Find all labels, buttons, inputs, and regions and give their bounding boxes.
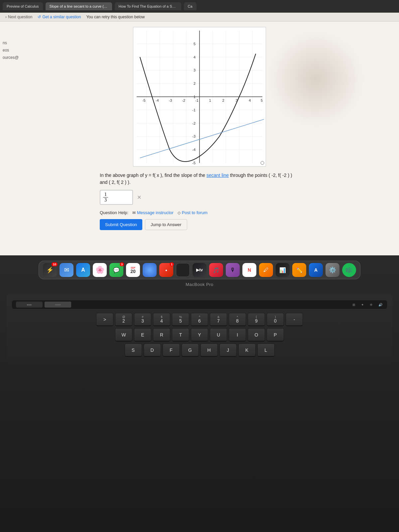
dock-badge-clock: 10 — [52, 262, 58, 266]
key-u[interactable]: U — [210, 328, 227, 341]
retry-text: You can retry this question below — [86, 15, 145, 19]
key-dash[interactable]: - — [286, 313, 303, 326]
key-amp-7[interactable]: & 7 — [210, 313, 227, 326]
tab-ca[interactable]: Ca — [184, 2, 197, 10]
key-row-1: W E R T Y U I O P — [12, 328, 387, 341]
dock-item-notes[interactable]: ✏️ — [292, 263, 306, 277]
key-w[interactable]: W — [115, 328, 132, 341]
key-hash-3[interactable]: # 3 — [134, 313, 151, 326]
key-p[interactable]: P — [267, 328, 284, 341]
key-dollar-4[interactable]: $ 4 — [153, 313, 170, 326]
svg-text:-3: -3 — [192, 134, 196, 138]
dock-item-markup[interactable]: 🖊 — [259, 263, 273, 277]
answer-field[interactable]: 1 3 — [100, 190, 133, 205]
dock-item-tv[interactable]: ▶tv — [193, 263, 206, 277]
page-header: ›Next question ↺Get a similar question Y… — [0, 13, 399, 22]
dock-item-app2[interactable]: A — [309, 263, 323, 277]
dock-badge-red: 1 — [170, 262, 174, 266]
tb-screenshot1: ■■■ — [16, 302, 43, 308]
tb-settings[interactable]: ❈ — [368, 302, 374, 308]
key-h[interactable]: H — [200, 343, 218, 357]
svg-text:4: 4 — [194, 55, 196, 59]
svg-text:2: 2 — [222, 98, 224, 102]
svg-text:5: 5 — [261, 98, 263, 102]
svg-text:1: 1 — [194, 95, 196, 99]
secant-link[interactable]: secant line — [206, 173, 229, 178]
dock-item-appstore[interactable]: A — [76, 263, 90, 277]
key-percent-5[interactable]: % 5 — [172, 313, 189, 326]
svg-text:-4: -4 — [156, 98, 159, 102]
svg-text:-3: -3 — [169, 98, 172, 102]
dock-item-sysprefs[interactable]: ⚙️ — [326, 263, 339, 277]
clear-button[interactable]: ✕ — [136, 193, 143, 202]
message-instructor-link[interactable]: Message instructor — [137, 210, 174, 215]
button-row: Submit Question Jump to Answer — [100, 219, 299, 230]
key-lparen-9[interactable]: ( 9 — [248, 313, 265, 326]
key-e[interactable]: E — [134, 328, 151, 341]
key-r[interactable]: R — [153, 328, 170, 341]
tb-volume[interactable]: 🔊 — [376, 302, 384, 308]
key-i[interactable]: I — [229, 328, 246, 341]
key-chevron[interactable]: > — [96, 313, 113, 326]
similar-question-link[interactable]: ↺Get a similar question — [38, 15, 81, 19]
tab-youtube[interactable]: How To Find The Equation of a Secant Lin… — [115, 2, 181, 10]
svg-line-40 — [140, 119, 264, 158]
key-d[interactable]: D — [144, 343, 161, 357]
key-l[interactable]: L — [257, 343, 275, 357]
dock-item-unknown[interactable] — [143, 263, 157, 277]
svg-text:5: 5 — [194, 42, 196, 46]
dock-item-calendar[interactable]: SEP 20 — [126, 263, 140, 277]
tb-brightness[interactable]: ✦ — [359, 302, 366, 308]
graph-container: -5 -4 -3 -2 -1 1 2 3 4 5 5 4 3 2 1 -1 -2… — [133, 27, 266, 167]
jump-to-answer-button[interactable]: Jump to Answer — [145, 219, 187, 230]
dock-item-mail[interactable]: ✉ — [60, 263, 73, 277]
key-g[interactable]: G — [182, 343, 199, 357]
key-star-8[interactable]: * 8 — [229, 313, 246, 326]
key-s[interactable]: S — [125, 343, 142, 357]
dock-item-music[interactable]: 🎵 — [209, 263, 223, 277]
submit-question-button[interactable]: Submit Question — [100, 219, 142, 230]
tab-khan-academy[interactable]: Slope of a line secant to a curve (video… — [46, 2, 112, 10]
key-caret-6[interactable]: ^ 6 — [191, 313, 208, 326]
svg-text:-1: -1 — [192, 108, 196, 112]
key-j[interactable]: J — [219, 343, 237, 357]
key-f[interactable]: F — [163, 343, 180, 357]
macbook-label: MacBook Pro — [186, 282, 213, 287]
dock-item-photos[interactable]: 🌸 — [93, 263, 107, 277]
post-to-forum-link[interactable]: Post to forum — [182, 210, 207, 215]
key-at-2[interactable]: @ 2 — [115, 313, 132, 326]
svg-text:-4: -4 — [192, 148, 196, 152]
graph-svg: -5 -4 -3 -2 -1 1 2 3 4 5 5 4 3 2 1 -1 -2… — [133, 27, 266, 166]
key-o[interactable]: O — [248, 328, 265, 341]
svg-text:2: 2 — [194, 81, 196, 85]
svg-text:-1: -1 — [195, 98, 199, 102]
svg-text:-5: -5 — [142, 98, 146, 102]
dock-item-dark[interactable] — [176, 263, 190, 277]
svg-point-41 — [261, 161, 264, 165]
answer-area: 1 3 ✕ — [100, 190, 299, 205]
browser-bar: Preview of Calculus Slope of a line seca… — [0, 0, 399, 13]
svg-text:-2: -2 — [192, 121, 196, 125]
dock-item-stats[interactable]: 📊 — [276, 263, 290, 277]
next-question-link[interactable]: ›Next question — [5, 15, 32, 19]
dock-item-red[interactable]: ● 1 — [159, 263, 173, 277]
tab-preview-calculus[interactable]: Preview of Calculus — [3, 2, 43, 10]
sidebar-item-ns: ns — [0, 39, 27, 47]
key-row-0: > @ 2 # 3 $ 4 % 5 ^ — [12, 313, 387, 326]
key-k[interactable]: K — [238, 343, 256, 357]
key-rparen-0[interactable]: ) 0 — [267, 313, 284, 326]
dock-item-news[interactable]: N — [242, 263, 256, 277]
svg-text:4: 4 — [249, 98, 251, 102]
main-content: ns eos ources@ ›Next question ↺Get a sim… — [0, 13, 399, 255]
key-y[interactable]: Y — [191, 328, 208, 341]
dock-item-messages[interactable]: 💬 3 — [109, 263, 123, 277]
dock-item-spotify[interactable]: 🎼 — [342, 263, 356, 277]
tb-add[interactable]: ⊞ — [350, 302, 357, 308]
svg-text:3: 3 — [194, 68, 196, 72]
question-area: -5 -4 -3 -2 -1 1 2 3 4 5 5 4 3 2 1 -1 -2… — [0, 22, 399, 255]
sidebar: ns eos ources@ — [0, 39, 27, 61]
key-t[interactable]: T — [172, 328, 189, 341]
dock-item-podcasts[interactable]: 🎙 — [226, 263, 240, 277]
keyboard: > @ 2 # 3 $ 4 % 5 ^ — [12, 313, 387, 357]
dock-item-clock[interactable]: ⚡ 10 — [43, 263, 57, 277]
